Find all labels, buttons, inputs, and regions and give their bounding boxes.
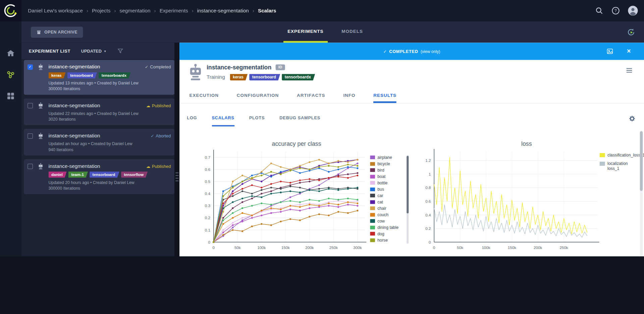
legend-item[interactable]: horse [370,237,405,243]
auto-refresh-icon[interactable] [626,27,636,37]
search-icon[interactable] [595,6,604,15]
breadcrumb-item[interactable]: Daniel Lew's workspace [28,8,83,13]
boards-icon[interactable] [6,91,15,101]
home-icon[interactable] [6,48,15,58]
legend-item[interactable]: cat [370,199,405,205]
subtab-log[interactable]: LOG [187,112,197,126]
experiment-card[interactable]: instance-segmentation✓AbortedUpdated an … [24,129,174,155]
status-badge: ☁Published [146,164,171,169]
open-archive-button[interactable]: OPEN ARCHIVE [31,27,83,38]
legend-item[interactable]: bird [370,167,405,173]
status-label: Aborted [156,133,171,138]
tab-artifacts[interactable]: ARTIFACTS [297,88,325,103]
legend-item[interactable]: dog [370,231,405,237]
legend-label: cat [377,200,383,204]
svg-text:0: 0 [433,245,435,250]
experiment-type-icon [187,63,204,82]
legend-scrollbar[interactable] [407,155,409,244]
legend-item[interactable]: classification_loss_1 [600,153,639,158]
legend-item[interactable]: dining table [370,224,405,231]
experiment-list-header: EXPERIMENT LIST UPDATED ▼ [21,43,175,59]
results-scrollbar-thumb[interactable] [640,131,643,191]
tag[interactable]: tensorboard [90,172,119,178]
tag[interactable]: daniel [48,172,66,178]
avatar[interactable] [628,5,638,16]
svg-text:0.4: 0.4 [205,191,211,196]
help-icon[interactable]: ? [611,6,620,15]
legend-item[interactable]: bottle [370,180,405,186]
tag[interactable]: team-1 [68,172,88,178]
tag[interactable]: tensorboard [249,74,280,80]
legend-scrollbar-thumb[interactable] [407,156,409,213]
legend-item[interactable]: bicycle [370,161,405,167]
check-icon: ✓ [151,134,154,138]
legend-label: cow [377,219,385,223]
svg-text:50k: 50k [234,245,241,250]
legend-item[interactable]: airplane [370,154,405,161]
projects-icon[interactable] [6,70,15,79]
tab-models[interactable]: MODELS [337,21,367,43]
experiment-name: instance-segmentation [48,103,100,108]
filter-icon[interactable] [117,48,124,54]
experiment-card[interactable]: ✓instance-segmentation✓Completedkerasten… [24,60,174,95]
subtab-debug-samples[interactable]: DEBUG SAMPLES [279,112,320,126]
tag[interactable]: tensorflow [121,172,148,178]
tag[interactable]: keras [48,72,65,78]
experiment-header: instance-segmentation ID [207,64,285,71]
subtab-plots[interactable]: PLOTS [249,112,265,126]
subtab-scalars[interactable]: SCALARS [212,112,234,126]
results-scrollbar[interactable] [640,130,643,256]
legend-swatch [600,153,605,157]
breadcrumb-item[interactable]: Experiments [160,8,188,13]
experiment-card[interactable]: instance-segmentation☁Publisheddanieltea… [24,159,174,194]
menu-icon[interactable] [626,67,633,74]
tag[interactable]: tensorboardx [282,74,315,80]
legend-item[interactable]: car [370,192,405,199]
legend-item[interactable]: localization loss_1 [600,161,639,171]
legend-label: car [377,193,383,198]
clearml-logo[interactable] [0,0,21,21]
experiment-checkbox[interactable] [28,133,33,138]
legend-item[interactable]: chair [370,205,405,211]
experiment-checkbox[interactable]: ✓ [28,64,33,70]
experiment-card[interactable]: instance-segmentation☁PublishedUpdated 2… [24,99,174,125]
splitter-handle-icon[interactable] [175,172,179,183]
caret-down-icon: ▼ [104,50,106,53]
experiment-checkbox[interactable] [28,103,33,108]
accuracy-chart-canvas[interactable]: 050k100k150k200k250k300k00.10.20.30.40.5… [197,148,370,255]
check-icon: ✓ [145,65,148,69]
experiment-card-row: instance-segmentation✓Aborted [28,133,171,139]
loss-chart-canvas[interactable]: 050k100k150k200k250k00.20.40.60.811.2 [417,148,610,255]
check-icon: ✓ [383,49,387,53]
breadcrumb: Daniel Lew's workspace›Projects›segmenta… [28,0,276,21]
panel-splitter[interactable] [174,43,179,256]
left-rail [0,21,21,257]
breadcrumb-item[interactable]: Scalars [258,8,276,13]
id-badge[interactable]: ID [276,64,285,70]
legend-item[interactable]: cow [370,218,405,224]
legend-label: bicycle [377,162,390,166]
tab-experiments[interactable]: EXPERIMENTS [283,21,328,43]
image-view-icon[interactable] [606,48,613,55]
close-icon[interactable]: × [625,48,633,55]
tab-configuration[interactable]: CONFIGURATION [237,88,279,103]
legend-item[interactable]: boat [370,173,405,180]
experiment-iterations: 300000 Iterations [48,86,171,91]
tag[interactable]: tensorboard [67,72,97,78]
breadcrumb-item[interactable]: Projects [92,8,110,13]
breadcrumb-item[interactable]: instance-segmentation [197,8,249,13]
tab-results[interactable]: RESULTS [373,88,396,103]
sort-button[interactable]: UPDATED ▼ [81,48,107,53]
breadcrumb-item[interactable]: segmentation [120,8,151,13]
breadcrumb-separator-icon: › [114,8,116,13]
breadcrumb-separator-icon: › [192,8,194,13]
gear-icon[interactable] [628,115,636,122]
tag[interactable]: tensorboardx [99,72,130,78]
tag[interactable]: keras [230,74,248,80]
legend-item[interactable]: bus [370,186,405,192]
tab-info[interactable]: INFO [343,88,355,103]
tab-execution[interactable]: EXECUTION [189,88,218,103]
status-badge: ✓Aborted [151,133,171,138]
experiment-checkbox[interactable] [28,164,33,169]
legend-item[interactable]: couch [370,211,405,218]
